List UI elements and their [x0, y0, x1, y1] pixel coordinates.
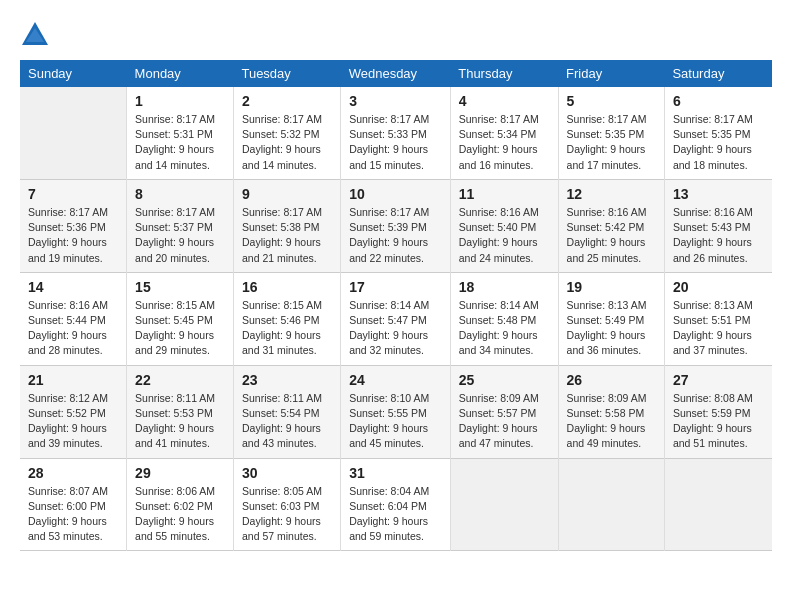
calendar-cell: 25Sunrise: 8:09 AM Sunset: 5:57 PM Dayli… — [450, 365, 558, 458]
calendar-cell: 26Sunrise: 8:09 AM Sunset: 5:58 PM Dayli… — [558, 365, 664, 458]
day-number: 23 — [242, 372, 332, 388]
day-info: Sunrise: 8:15 AM Sunset: 5:46 PM Dayligh… — [242, 298, 332, 359]
day-number: 5 — [567, 93, 656, 109]
day-info: Sunrise: 8:16 AM Sunset: 5:44 PM Dayligh… — [28, 298, 118, 359]
day-number: 9 — [242, 186, 332, 202]
day-number: 31 — [349, 465, 442, 481]
day-info: Sunrise: 8:09 AM Sunset: 5:57 PM Dayligh… — [459, 391, 550, 452]
day-info: Sunrise: 8:11 AM Sunset: 5:53 PM Dayligh… — [135, 391, 225, 452]
day-info: Sunrise: 8:07 AM Sunset: 6:00 PM Dayligh… — [28, 484, 118, 545]
weekday-header-wednesday: Wednesday — [341, 60, 451, 87]
logo — [20, 20, 54, 50]
calendar-cell: 4Sunrise: 8:17 AM Sunset: 5:34 PM Daylig… — [450, 87, 558, 179]
day-number: 21 — [28, 372, 118, 388]
day-info: Sunrise: 8:13 AM Sunset: 5:49 PM Dayligh… — [567, 298, 656, 359]
calendar-cell: 27Sunrise: 8:08 AM Sunset: 5:59 PM Dayli… — [664, 365, 772, 458]
weekday-header-sunday: Sunday — [20, 60, 127, 87]
day-number: 20 — [673, 279, 764, 295]
calendar-cell: 5Sunrise: 8:17 AM Sunset: 5:35 PM Daylig… — [558, 87, 664, 179]
day-info: Sunrise: 8:15 AM Sunset: 5:45 PM Dayligh… — [135, 298, 225, 359]
calendar-cell — [450, 458, 558, 551]
week-row-4: 21Sunrise: 8:12 AM Sunset: 5:52 PM Dayli… — [20, 365, 772, 458]
calendar-cell: 9Sunrise: 8:17 AM Sunset: 5:38 PM Daylig… — [233, 179, 340, 272]
day-info: Sunrise: 8:17 AM Sunset: 5:33 PM Dayligh… — [349, 112, 442, 173]
calendar-cell: 10Sunrise: 8:17 AM Sunset: 5:39 PM Dayli… — [341, 179, 451, 272]
day-number: 3 — [349, 93, 442, 109]
logo-icon — [20, 20, 50, 50]
calendar-cell: 17Sunrise: 8:14 AM Sunset: 5:47 PM Dayli… — [341, 272, 451, 365]
day-number: 6 — [673, 93, 764, 109]
calendar-cell: 8Sunrise: 8:17 AM Sunset: 5:37 PM Daylig… — [127, 179, 234, 272]
day-number: 26 — [567, 372, 656, 388]
day-info: Sunrise: 8:17 AM Sunset: 5:36 PM Dayligh… — [28, 205, 118, 266]
calendar-cell: 23Sunrise: 8:11 AM Sunset: 5:54 PM Dayli… — [233, 365, 340, 458]
day-number: 15 — [135, 279, 225, 295]
day-number: 30 — [242, 465, 332, 481]
calendar-cell: 3Sunrise: 8:17 AM Sunset: 5:33 PM Daylig… — [341, 87, 451, 179]
day-info: Sunrise: 8:11 AM Sunset: 5:54 PM Dayligh… — [242, 391, 332, 452]
calendar-cell — [558, 458, 664, 551]
day-info: Sunrise: 8:06 AM Sunset: 6:02 PM Dayligh… — [135, 484, 225, 545]
day-info: Sunrise: 8:09 AM Sunset: 5:58 PM Dayligh… — [567, 391, 656, 452]
day-info: Sunrise: 8:17 AM Sunset: 5:35 PM Dayligh… — [673, 112, 764, 173]
week-row-5: 28Sunrise: 8:07 AM Sunset: 6:00 PM Dayli… — [20, 458, 772, 551]
day-number: 19 — [567, 279, 656, 295]
day-number: 11 — [459, 186, 550, 202]
day-info: Sunrise: 8:04 AM Sunset: 6:04 PM Dayligh… — [349, 484, 442, 545]
day-number: 10 — [349, 186, 442, 202]
day-info: Sunrise: 8:14 AM Sunset: 5:48 PM Dayligh… — [459, 298, 550, 359]
calendar-cell: 29Sunrise: 8:06 AM Sunset: 6:02 PM Dayli… — [127, 458, 234, 551]
calendar-cell: 16Sunrise: 8:15 AM Sunset: 5:46 PM Dayli… — [233, 272, 340, 365]
calendar-cell: 24Sunrise: 8:10 AM Sunset: 5:55 PM Dayli… — [341, 365, 451, 458]
week-row-1: 1Sunrise: 8:17 AM Sunset: 5:31 PM Daylig… — [20, 87, 772, 179]
day-number: 12 — [567, 186, 656, 202]
day-info: Sunrise: 8:10 AM Sunset: 5:55 PM Dayligh… — [349, 391, 442, 452]
day-info: Sunrise: 8:14 AM Sunset: 5:47 PM Dayligh… — [349, 298, 442, 359]
day-number: 4 — [459, 93, 550, 109]
weekday-header-thursday: Thursday — [450, 60, 558, 87]
day-number: 27 — [673, 372, 764, 388]
day-number: 1 — [135, 93, 225, 109]
calendar-cell — [20, 87, 127, 179]
calendar-cell: 30Sunrise: 8:05 AM Sunset: 6:03 PM Dayli… — [233, 458, 340, 551]
weekday-header-row: SundayMondayTuesdayWednesdayThursdayFrid… — [20, 60, 772, 87]
calendar-cell: 2Sunrise: 8:17 AM Sunset: 5:32 PM Daylig… — [233, 87, 340, 179]
day-number: 13 — [673, 186, 764, 202]
calendar-cell: 19Sunrise: 8:13 AM Sunset: 5:49 PM Dayli… — [558, 272, 664, 365]
day-number: 14 — [28, 279, 118, 295]
calendar-cell: 20Sunrise: 8:13 AM Sunset: 5:51 PM Dayli… — [664, 272, 772, 365]
day-number: 8 — [135, 186, 225, 202]
day-info: Sunrise: 8:16 AM Sunset: 5:40 PM Dayligh… — [459, 205, 550, 266]
calendar-cell: 14Sunrise: 8:16 AM Sunset: 5:44 PM Dayli… — [20, 272, 127, 365]
day-info: Sunrise: 8:17 AM Sunset: 5:32 PM Dayligh… — [242, 112, 332, 173]
weekday-header-saturday: Saturday — [664, 60, 772, 87]
day-info: Sunrise: 8:17 AM Sunset: 5:34 PM Dayligh… — [459, 112, 550, 173]
day-info: Sunrise: 8:05 AM Sunset: 6:03 PM Dayligh… — [242, 484, 332, 545]
day-info: Sunrise: 8:17 AM Sunset: 5:37 PM Dayligh… — [135, 205, 225, 266]
week-row-3: 14Sunrise: 8:16 AM Sunset: 5:44 PM Dayli… — [20, 272, 772, 365]
day-info: Sunrise: 8:17 AM Sunset: 5:38 PM Dayligh… — [242, 205, 332, 266]
day-info: Sunrise: 8:13 AM Sunset: 5:51 PM Dayligh… — [673, 298, 764, 359]
calendar-cell: 18Sunrise: 8:14 AM Sunset: 5:48 PM Dayli… — [450, 272, 558, 365]
weekday-header-tuesday: Tuesday — [233, 60, 340, 87]
day-number: 25 — [459, 372, 550, 388]
calendar-cell — [664, 458, 772, 551]
day-number: 28 — [28, 465, 118, 481]
calendar-cell: 13Sunrise: 8:16 AM Sunset: 5:43 PM Dayli… — [664, 179, 772, 272]
day-info: Sunrise: 8:16 AM Sunset: 5:42 PM Dayligh… — [567, 205, 656, 266]
page-header — [20, 20, 772, 50]
calendar-cell: 12Sunrise: 8:16 AM Sunset: 5:42 PM Dayli… — [558, 179, 664, 272]
day-number: 17 — [349, 279, 442, 295]
day-number: 22 — [135, 372, 225, 388]
day-number: 7 — [28, 186, 118, 202]
day-number: 24 — [349, 372, 442, 388]
calendar-table: SundayMondayTuesdayWednesdayThursdayFrid… — [20, 60, 772, 551]
calendar-cell: 15Sunrise: 8:15 AM Sunset: 5:45 PM Dayli… — [127, 272, 234, 365]
calendar-cell: 28Sunrise: 8:07 AM Sunset: 6:00 PM Dayli… — [20, 458, 127, 551]
calendar-cell: 11Sunrise: 8:16 AM Sunset: 5:40 PM Dayli… — [450, 179, 558, 272]
weekday-header-monday: Monday — [127, 60, 234, 87]
week-row-2: 7Sunrise: 8:17 AM Sunset: 5:36 PM Daylig… — [20, 179, 772, 272]
calendar-cell: 1Sunrise: 8:17 AM Sunset: 5:31 PM Daylig… — [127, 87, 234, 179]
day-info: Sunrise: 8:12 AM Sunset: 5:52 PM Dayligh… — [28, 391, 118, 452]
calendar-cell: 31Sunrise: 8:04 AM Sunset: 6:04 PM Dayli… — [341, 458, 451, 551]
